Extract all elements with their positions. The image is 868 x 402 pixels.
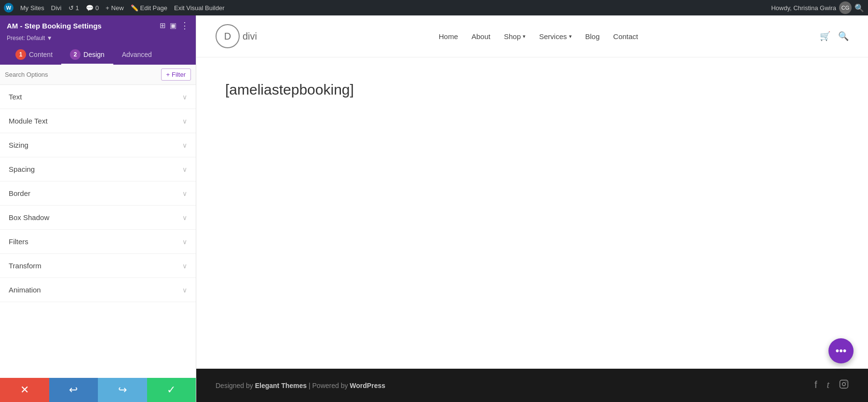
logo-circle: D [216,24,240,48]
svg-rect-0 [840,380,848,388]
search-icon[interactable]: 🔍 [854,3,864,13]
tab-content[interactable]: 1 Content [7,45,61,65]
svg-point-2 [846,382,847,383]
nav-blog[interactable]: Blog [585,32,600,41]
twitter-icon[interactable]: t [827,379,829,391]
footer-text: Designed by Elegant Themes | Powered by … [216,382,385,389]
site-header: D divi Home About Shop ▾ Services ▾ [196,15,868,57]
user-avatar[interactable]: CG [839,1,852,14]
settings-item-filters[interactable]: Filters ∨ [0,230,196,254]
chevron-down-icon: ∨ [182,190,187,197]
cancel-button[interactable]: ✕ [0,378,49,402]
chevron-down-icon: ∨ [182,286,187,294]
responsive-icon[interactable]: ⊞ [160,21,166,30]
chevron-down-icon: ∨ [182,262,187,270]
redo-button[interactable]: ↪ [98,378,147,402]
chevron-down-icon: ∨ [182,93,187,101]
chevron-down-icon: ∨ [182,214,187,222]
chevron-down-icon: ∨ [182,117,187,125]
settings-item-animation[interactable]: Animation ∨ [0,278,196,302]
cart-icon[interactable]: 🛒 [820,31,830,42]
more-icon[interactable]: ⋮ [180,20,189,31]
search-input[interactable] [5,71,161,78]
facebook-icon[interactable]: f [814,379,817,391]
site-logo: D divi [216,24,257,48]
nav-services[interactable]: Services ▾ [539,32,572,41]
settings-item-box-shadow[interactable]: Box Shadow ∨ [0,206,196,230]
settings-item-sizing[interactable]: Sizing ∨ [0,133,196,157]
instagram-icon[interactable] [839,379,849,391]
my-sites-link[interactable]: My Sites [20,4,44,12]
footer-social: f t [814,379,849,391]
preset-label[interactable]: Preset: Default ▼ [7,35,189,42]
svg-point-1 [842,383,846,386]
nav-icons: 🛒 🔍 [820,31,849,42]
bottom-action-bar: ✕ ↩ ↪ ✓ [0,378,196,402]
tab-advanced[interactable]: Advanced [113,45,161,65]
undo-button[interactable]: ↩ [49,378,98,402]
nav-contact[interactable]: Contact [613,32,638,41]
right-content: D divi Home About Shop ▾ Services ▾ [196,15,868,402]
tab-row: 1 Content 2 Design Advanced [7,45,189,65]
settings-item-module-text[interactable]: Module Text ∨ [0,109,196,133]
nav-shop[interactable]: Shop ▾ [504,32,526,41]
elegant-themes-link[interactable]: Elegant Themes [255,382,307,389]
chevron-down-icon: ∨ [182,141,187,149]
history-link[interactable]: ↺ 1 [68,4,79,12]
exit-builder-link[interactable]: Exit Visual Builder [174,4,225,12]
panel-title: AM - Step Booking Settings [7,22,102,30]
design-badge: 2 [70,49,81,60]
divi-link[interactable]: Divi [51,4,62,12]
settings-item-border[interactable]: Border ∨ [0,181,196,206]
settings-list: Text ∨ Module Text ∨ Sizing ∨ Spacing ∨ … [0,85,196,378]
comments-link[interactable]: 💬 0 [86,4,99,12]
content-badge: 1 [15,49,26,60]
chevron-down-icon: ∨ [182,166,187,173]
chevron-down-icon: ▾ [569,33,572,40]
page-shortcode: [ameliastepbooking] [225,82,839,98]
tab-design[interactable]: 2 Design [61,45,113,65]
settings-item-transform[interactable]: Transform ∨ [0,254,196,278]
wp-admin-bar: W My Sites Divi ↺ 1 💬 0 + New ✏️ Edit Pa… [0,0,868,15]
filter-button[interactable]: + Filter [161,69,191,81]
floating-action-button[interactable]: ••• [828,338,854,363]
nav-home[interactable]: Home [439,32,458,41]
page-content: [ameliastepbooking] [196,57,868,369]
user-greeting: Howdy, Christina Gwira [771,4,836,12]
site-footer: Designed by Elegant Themes | Powered by … [196,369,868,402]
site-nav: Home About Shop ▾ Services ▾ Blog Contac [439,32,638,41]
wordpress-link[interactable]: WordPress [350,382,385,389]
wp-logo-icon[interactable]: W [4,3,14,13]
search-filter-row: + Filter [0,65,196,85]
left-panel: AM - Step Booking Settings ⊞ ▣ ⋮ Preset:… [0,15,196,402]
settings-item-spacing[interactable]: Spacing ∨ [0,157,196,181]
chevron-down-icon: ∨ [182,238,187,246]
search-icon[interactable]: 🔍 [838,31,849,42]
panel-header: AM - Step Booking Settings ⊞ ▣ ⋮ Preset:… [0,15,196,65]
filter-icon: + [166,71,170,78]
edit-page-link[interactable]: ✏️ Edit Page [131,4,167,12]
new-link[interactable]: + New [106,4,124,12]
logo-text: divi [243,31,257,42]
chevron-down-icon: ▾ [523,33,526,40]
nav-about[interactable]: About [472,32,490,41]
settings-item-text[interactable]: Text ∨ [0,85,196,109]
save-button[interactable]: ✓ [147,378,196,402]
layout-icon[interactable]: ▣ [170,21,176,30]
